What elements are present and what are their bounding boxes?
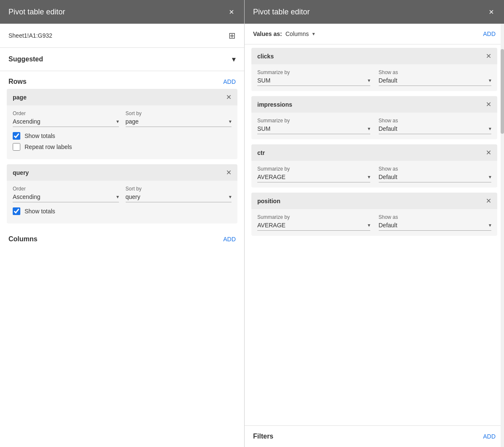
grid-icon[interactable]: ⊞ bbox=[229, 30, 236, 41]
rows-section-header: Rows ADD bbox=[0, 71, 244, 89]
ctr-summarize-select[interactable]: AVERAGE ▾ bbox=[257, 174, 370, 182]
row-card-query: query ✕ Order Ascending ▾ Sort by bbox=[7, 164, 237, 224]
left-panel-close-button[interactable]: × bbox=[227, 6, 236, 18]
impressions-showas-value: Default bbox=[379, 125, 489, 132]
value-card-ctr-close-button[interactable]: ✕ bbox=[486, 149, 491, 157]
left-panel-body: Sheet1!A1:G932 ⊞ Suggested ▾ Rows ADD pa… bbox=[0, 24, 244, 447]
filters-add-button[interactable]: ADD bbox=[483, 433, 496, 440]
row-card-page-header: page ✕ bbox=[7, 89, 237, 105]
position-summarize-select[interactable]: AVERAGE ▾ bbox=[257, 222, 370, 231]
impressions-summarize-row: Summarize by SUM ▾ Show as Default ▾ bbox=[257, 118, 491, 134]
position-showas-group: Show as Default ▾ bbox=[379, 214, 492, 231]
values-as-label: Values as: bbox=[253, 30, 282, 37]
page-sortby-select[interactable]: page ▾ bbox=[126, 118, 232, 127]
rows-add-button[interactable]: ADD bbox=[223, 78, 236, 85]
page-order-dropdown-icon: ▾ bbox=[116, 119, 119, 124]
page-repeat-row-labels-checkbox[interactable] bbox=[13, 143, 20, 151]
impressions-summarize-dropdown-icon: ▾ bbox=[368, 126, 370, 132]
query-show-totals-checkbox[interactable] bbox=[13, 207, 20, 215]
ctr-showas-select[interactable]: Default ▾ bbox=[379, 174, 492, 182]
suggested-section[interactable]: Suggested ▾ bbox=[0, 48, 244, 71]
query-sortby-select[interactable]: query ▾ bbox=[126, 193, 232, 202]
impressions-showas-dropdown-icon: ▾ bbox=[489, 126, 491, 132]
clicks-summarize-select[interactable]: SUM ▾ bbox=[257, 77, 370, 86]
page-order-value: Ascending bbox=[13, 118, 116, 125]
ctr-summarize-value: AVERAGE bbox=[257, 174, 368, 180]
page-repeat-row-labels-label: Repeat row labels bbox=[25, 143, 72, 150]
columns-add-button[interactable]: ADD bbox=[223, 236, 236, 243]
impressions-summarize-select[interactable]: SUM ▾ bbox=[257, 125, 370, 134]
suggested-label: Suggested bbox=[8, 55, 43, 63]
value-card-ctr-title: ctr bbox=[257, 149, 265, 156]
values-as-select[interactable]: Values as: Columns ▾ bbox=[253, 30, 315, 37]
clicks-summarize-row: Summarize by SUM ▾ Show as Default ▾ bbox=[257, 69, 491, 86]
ctr-summarize-row: Summarize by AVERAGE ▾ Show as Default ▾ bbox=[257, 166, 491, 182]
impressions-summarize-group: Summarize by SUM ▾ bbox=[257, 118, 370, 134]
value-card-position-close-button[interactable]: ✕ bbox=[486, 197, 491, 205]
page-order-select[interactable]: Ascending ▾ bbox=[13, 118, 119, 127]
page-show-totals-row: Show totals bbox=[13, 132, 231, 140]
page-sortby-label: Sort by bbox=[126, 110, 232, 116]
right-panel-header: Pivot table editor × bbox=[245, 0, 504, 24]
row-card-query-close-button[interactable]: ✕ bbox=[226, 168, 231, 177]
query-sortby-group: Sort by query ▾ bbox=[126, 186, 232, 202]
value-card-clicks-body: Summarize by SUM ▾ Show as Default ▾ bbox=[251, 64, 497, 91]
value-card-impressions-close-button[interactable]: ✕ bbox=[486, 100, 491, 108]
ctr-summarize-group: Summarize by AVERAGE ▾ bbox=[257, 166, 370, 182]
page-sortby-dropdown-icon: ▾ bbox=[229, 119, 231, 124]
value-card-clicks-close-button[interactable]: ✕ bbox=[486, 52, 491, 60]
range-text: Sheet1!A1:G932 bbox=[8, 32, 52, 39]
clicks-showas-label: Show as bbox=[379, 69, 492, 75]
suggested-chevron-icon: ▾ bbox=[232, 55, 236, 64]
position-summarize-row: Summarize by AVERAGE ▾ Show as Default ▾ bbox=[257, 214, 491, 231]
query-sortby-label: Sort by bbox=[126, 186, 232, 192]
right-panel-container: Pivot table editor × Values as: Columns … bbox=[245, 0, 504, 447]
scrollbar-thumb[interactable] bbox=[501, 49, 504, 134]
row-card-page-close-button[interactable]: ✕ bbox=[226, 93, 231, 101]
filters-row: Filters ADD bbox=[245, 425, 504, 447]
scrollbar-track bbox=[501, 24, 504, 447]
position-summarize-value: AVERAGE bbox=[257, 222, 368, 229]
row-card-query-title: query bbox=[13, 169, 29, 176]
clicks-showas-select[interactable]: Default ▾ bbox=[379, 77, 492, 86]
filters-label: Filters bbox=[253, 433, 273, 440]
page-show-totals-checkbox[interactable] bbox=[13, 132, 20, 140]
clicks-summarize-group: Summarize by SUM ▾ bbox=[257, 69, 370, 86]
clicks-summarize-dropdown-icon: ▾ bbox=[368, 77, 370, 83]
value-card-impressions-title: impressions bbox=[257, 101, 292, 108]
impressions-showas-group: Show as Default ▾ bbox=[379, 118, 492, 134]
clicks-summarize-label: Summarize by bbox=[257, 69, 370, 75]
value-card-impressions-header: impressions ✕ bbox=[251, 96, 497, 113]
value-card-position-body: Summarize by AVERAGE ▾ Show as Default ▾ bbox=[251, 209, 497, 236]
value-card-impressions-body: Summarize by SUM ▾ Show as Default ▾ bbox=[251, 113, 497, 139]
clicks-showas-group: Show as Default ▾ bbox=[379, 69, 492, 86]
clicks-summarize-value: SUM bbox=[257, 77, 368, 84]
value-card-clicks: clicks ✕ Summarize by SUM ▾ Show bbox=[251, 48, 497, 91]
clicks-showas-value: Default bbox=[379, 77, 489, 84]
position-showas-value: Default bbox=[379, 222, 489, 229]
row-card-query-header: query ✕ bbox=[7, 164, 237, 181]
value-card-clicks-title: clicks bbox=[257, 53, 274, 60]
query-order-dropdown-icon: ▾ bbox=[116, 194, 119, 200]
value-card-position-title: position bbox=[257, 198, 280, 204]
right-panel-close-button[interactable]: × bbox=[487, 6, 496, 18]
query-order-sort-row: Order Ascending ▾ Sort by query ▾ bbox=[13, 186, 231, 202]
ctr-showas-value: Default bbox=[379, 174, 489, 180]
rows-label: Rows bbox=[8, 78, 27, 86]
values-add-button[interactable]: ADD bbox=[483, 30, 496, 37]
values-as-dropdown-icon: ▾ bbox=[312, 31, 315, 37]
right-panel-title: Pivot table editor bbox=[253, 8, 310, 17]
ctr-summarize-label: Summarize by bbox=[257, 166, 370, 172]
page-sortby-value: page bbox=[126, 118, 229, 125]
query-order-select[interactable]: Ascending ▾ bbox=[13, 193, 119, 202]
value-card-impressions: impressions ✕ Summarize by SUM ▾ bbox=[251, 96, 497, 139]
columns-section-header: Columns ADD bbox=[0, 229, 244, 246]
row-card-query-body: Order Ascending ▾ Sort by query ▾ bbox=[7, 181, 237, 224]
position-summarize-label: Summarize by bbox=[257, 214, 370, 220]
query-sortby-value: query bbox=[126, 193, 229, 200]
value-card-clicks-header: clicks ✕ bbox=[251, 48, 497, 64]
position-showas-select[interactable]: Default ▾ bbox=[379, 222, 492, 231]
impressions-showas-label: Show as bbox=[379, 118, 492, 124]
row-card-page: page ✕ Order Ascending ▾ Sort by bbox=[7, 89, 237, 159]
impressions-showas-select[interactable]: Default ▾ bbox=[379, 125, 492, 134]
